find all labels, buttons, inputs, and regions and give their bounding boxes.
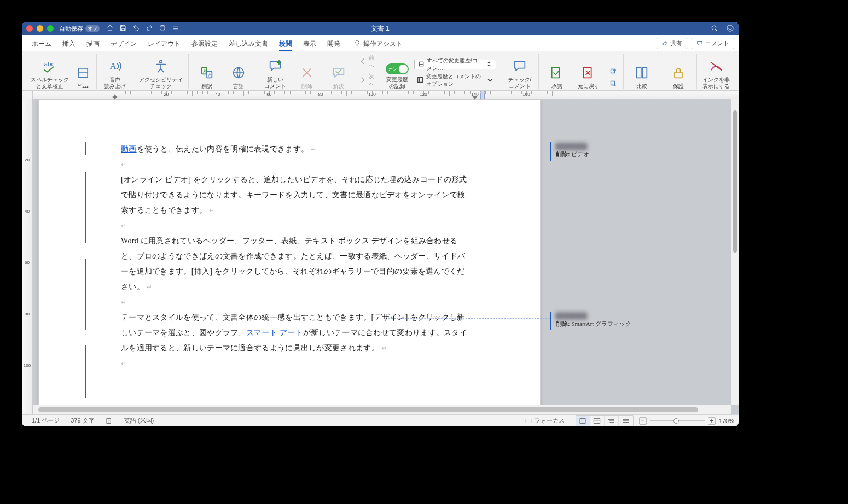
search-icon[interactable]: [710, 24, 718, 33]
next-comment-label: 次へ: [369, 73, 374, 88]
thesaurus-button[interactable]: ᴬᴮ₁₂₃: [74, 62, 92, 90]
spellcheck-status-icon[interactable]: [100, 417, 119, 425]
zoom-out-button[interactable]: −: [639, 417, 647, 425]
accessibility-button[interactable]: アクセシビリティ チェック: [138, 56, 184, 89]
inserted-text[interactable]: スマート アート: [246, 329, 303, 337]
zoom-value[interactable]: 170%: [719, 418, 734, 424]
print-layout-view[interactable]: [576, 416, 590, 426]
paragraph[interactable]: ↵: [121, 295, 469, 310]
text-run[interactable]: [オンライン ビデオ] をクリックすると、追加したいビデオを、それに応じた埋め込…: [121, 175, 467, 214]
horizontal-scrollbar[interactable]: [33, 405, 731, 414]
ruler-corner: [22, 91, 33, 99]
revision-balloon[interactable]: ████████削除: SmartArt グラフィック: [550, 312, 648, 330]
autosave-toggle[interactable]: 自動保存 オフ: [59, 25, 100, 33]
page-indicator[interactable]: 1/1 ページ: [26, 417, 65, 425]
redo-icon[interactable]: [146, 24, 153, 33]
vruler-mark: 60: [25, 260, 30, 265]
language-button[interactable]: 言語: [225, 62, 252, 90]
ribbon-tab-8[interactable]: 表示: [298, 36, 322, 51]
zoom-in-button[interactable]: +: [708, 417, 716, 425]
draft-view[interactable]: [619, 416, 633, 426]
paragraph[interactable]: [オンライン ビデオ] をクリックすると、追加したいビデオを、それに応じた埋め込…: [121, 172, 469, 218]
web-layout-view[interactable]: [590, 416, 605, 426]
reject-button[interactable]: 元に戻す: [575, 62, 602, 90]
document-scroll-area[interactable]: 動画を使うと、伝えたい内容を明確に表現できます。 ↵ ↵[オンライン ビデオ] …: [33, 99, 739, 405]
revision-leader: [323, 149, 550, 149]
accessibility-label: アクセシビリティ チェック: [139, 77, 183, 89]
ribbon-tab-6[interactable]: 差し込み文書: [223, 36, 274, 51]
ribbon-tab-4[interactable]: レイアウト: [142, 36, 186, 51]
accept-button[interactable]: 承諾: [543, 62, 571, 90]
group-changes: チェック/コメント: [501, 54, 538, 89]
paragraph[interactable]: ↵: [121, 356, 469, 371]
ribbon-tab-3[interactable]: デザイン: [105, 36, 142, 51]
revision-body: 削除: SmartArt グラフィック: [556, 320, 644, 328]
inserted-text[interactable]: 動画: [121, 145, 137, 153]
ribbon-tab-7[interactable]: 校閲: [274, 36, 298, 51]
group-speech: A 音声 読み上げ: [96, 54, 133, 89]
focus-mode-button[interactable]: フォーカス: [519, 417, 570, 425]
resolve-comment-button: 解決: [325, 62, 352, 90]
spelling-button[interactable]: abc スペルチェック と文章校正: [30, 56, 70, 89]
ribbon-tab-5[interactable]: 参照設定: [186, 36, 223, 51]
zoom-slider[interactable]: [650, 420, 705, 421]
tracking-options-button[interactable]: 変更履歴とコメントのオプション: [414, 72, 496, 89]
comments-split-handle[interactable]: [480, 91, 485, 99]
revision-balloon[interactable]: ████████削除: ビデオ: [550, 142, 648, 161]
new-comment-button[interactable]: 新しい コメント: [262, 56, 289, 89]
group-compare: 比較: [623, 54, 660, 89]
paragraph[interactable]: テーマとスタイルを使って、文書全体の統一感を出すこともできます。[デザイン] を…: [121, 310, 469, 356]
text-run[interactable]: Word に用意されているヘッダー、フッター、表紙、テキスト ボックス デザイン…: [121, 237, 465, 291]
fullscreen-window-button[interactable]: [47, 25, 54, 32]
lightbulb-icon: [353, 39, 361, 49]
horizontal-scrollbar-thumb[interactable]: [38, 407, 698, 412]
word-count[interactable]: 379 文字: [65, 417, 100, 425]
zoom-slider-knob[interactable]: [673, 418, 679, 424]
vertical-scrollbar[interactable]: [731, 99, 739, 405]
ribbon-tab-9[interactable]: 開発: [322, 36, 346, 51]
vertical-scrollbar-thumb[interactable]: [733, 110, 737, 253]
track-changes-toggle[interactable]: オン: [386, 63, 409, 74]
display-mode-select[interactable]: すべての変更履歴/コメン…: [414, 60, 496, 69]
vertical-ruler[interactable]: 20406080100: [22, 99, 33, 414]
comments-pane-button[interactable]: コメント: [692, 38, 734, 49]
outline-view[interactable]: [605, 416, 619, 426]
horizontal-ruler[interactable]: 20406080100120140160: [33, 91, 739, 99]
ruler-mark: 20: [164, 92, 169, 97]
minimize-window-button[interactable]: [37, 25, 43, 32]
translate-button[interactable]: あA 翻訳: [193, 62, 220, 90]
language-indicator[interactable]: 英語 (米国): [119, 417, 159, 425]
ribbon-tab-0[interactable]: ホーム: [26, 36, 57, 51]
next-comment-button: 次へ: [357, 72, 376, 89]
paragraph[interactable]: 動画を使うと、伝えたい内容を明確に表現できます。 ↵: [121, 142, 469, 157]
feedback-icon[interactable]: [726, 24, 734, 33]
protect-button[interactable]: 保護: [665, 62, 692, 90]
print-icon[interactable]: [159, 24, 166, 33]
paragraph[interactable]: ↵: [121, 218, 469, 233]
home-icon[interactable]: [106, 24, 114, 33]
document-body[interactable]: 動画を使うと、伝えたい内容を明確に表現できます。 ↵ ↵[オンライン ビデオ] …: [121, 142, 469, 405]
read-aloud-button[interactable]: A 音声 読み上げ: [101, 56, 129, 89]
text-run[interactable]: を使うと、伝えたい内容を明確に表現できます。: [137, 145, 309, 153]
paragraph[interactable]: ↵: [121, 157, 469, 172]
ribbon-tab-2[interactable]: 描画: [81, 36, 105, 51]
check-comments-button[interactable]: チェック/コメント: [506, 56, 534, 89]
ruler-mark: 100: [368, 92, 375, 97]
undo-icon[interactable]: [132, 24, 140, 33]
paragraph[interactable]: Word に用意されているヘッダー、フッター、表紙、テキスト ボックス デザイン…: [121, 233, 469, 295]
hanging-indent[interactable]: [112, 96, 118, 100]
tell-me-search[interactable]: 操作アシスト: [348, 36, 408, 51]
group-accessibility: アクセシビリティ チェック: [133, 54, 188, 89]
next-change-button[interactable]: [607, 78, 619, 89]
close-window-button[interactable]: [26, 25, 33, 32]
ribbon-tab-1[interactable]: 挿入: [57, 36, 81, 51]
share-button[interactable]: 共有: [657, 38, 687, 49]
qat-customize-icon[interactable]: [172, 24, 179, 33]
workspace: 20406080100120140160 20406080100 動画を使うと、…: [22, 91, 739, 414]
compare-button[interactable]: 比較: [628, 62, 655, 90]
prev-change-button[interactable]: [607, 66, 619, 77]
right-indent[interactable]: [472, 96, 478, 100]
paragraph-mark: ↵: [121, 298, 126, 306]
save-icon[interactable]: [119, 24, 127, 33]
hide-ink-button[interactable]: インクを非 表示にする: [701, 56, 731, 89]
